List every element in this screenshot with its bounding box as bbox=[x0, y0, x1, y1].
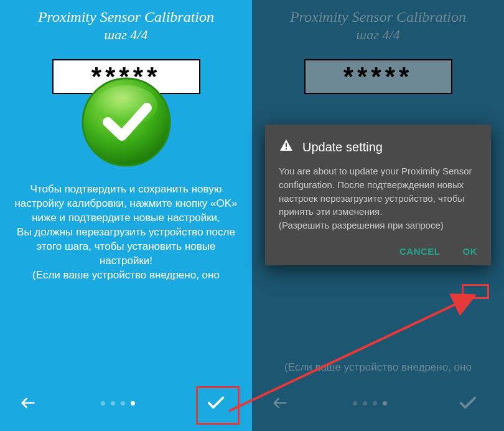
dot-active bbox=[131, 401, 135, 405]
dot-active bbox=[383, 401, 387, 405]
page-dots bbox=[101, 401, 135, 405]
dot bbox=[353, 401, 357, 405]
step-indicator: шаг 4/4 bbox=[105, 27, 148, 43]
dialog-title: Update setting bbox=[302, 140, 383, 154]
step-indicator: шаг 4/4 bbox=[357, 27, 400, 43]
annotation-highlight-ok bbox=[462, 284, 489, 299]
instruction-text: Чтобы подтвердить и сохранить новую наст… bbox=[0, 182, 252, 283]
ok-button[interactable]: OK bbox=[463, 246, 478, 257]
cancel-button[interactable]: CANCEL bbox=[399, 246, 441, 257]
dot bbox=[101, 401, 105, 405]
screen-right: Proximity Sensor Calibration шаг 4/4 ***… bbox=[252, 0, 504, 431]
instruction-text: (Если ваше устройство внедрено, оно bbox=[252, 361, 504, 375]
back-button[interactable] bbox=[19, 394, 37, 412]
confirm-button[interactable] bbox=[450, 386, 485, 420]
page-dots bbox=[353, 401, 387, 405]
screen-left: Proximity Sensor Calibration шаг 4/4 ***… bbox=[0, 0, 252, 431]
dot bbox=[121, 401, 125, 405]
svg-rect-3 bbox=[286, 148, 287, 149]
dot bbox=[111, 401, 115, 405]
bottom-nav bbox=[252, 386, 504, 420]
dialog-actions: CANCEL OK bbox=[279, 246, 477, 257]
dialog-body: You are about to update your Proximity S… bbox=[279, 164, 477, 232]
page-title: Proximity Sensor Calibration bbox=[290, 9, 466, 26]
page-title: Proximity Sensor Calibration bbox=[38, 9, 214, 26]
dot bbox=[363, 401, 367, 405]
dot bbox=[373, 401, 377, 405]
bottom-nav bbox=[0, 386, 252, 420]
confirm-button[interactable] bbox=[198, 386, 233, 420]
svg-rect-2 bbox=[286, 143, 287, 147]
password-display: ***** bbox=[304, 59, 452, 94]
back-button[interactable] bbox=[271, 394, 289, 412]
success-check-icon bbox=[80, 75, 173, 169]
update-setting-dialog: Update setting You are about to update y… bbox=[265, 125, 491, 265]
warning-icon bbox=[279, 138, 294, 156]
